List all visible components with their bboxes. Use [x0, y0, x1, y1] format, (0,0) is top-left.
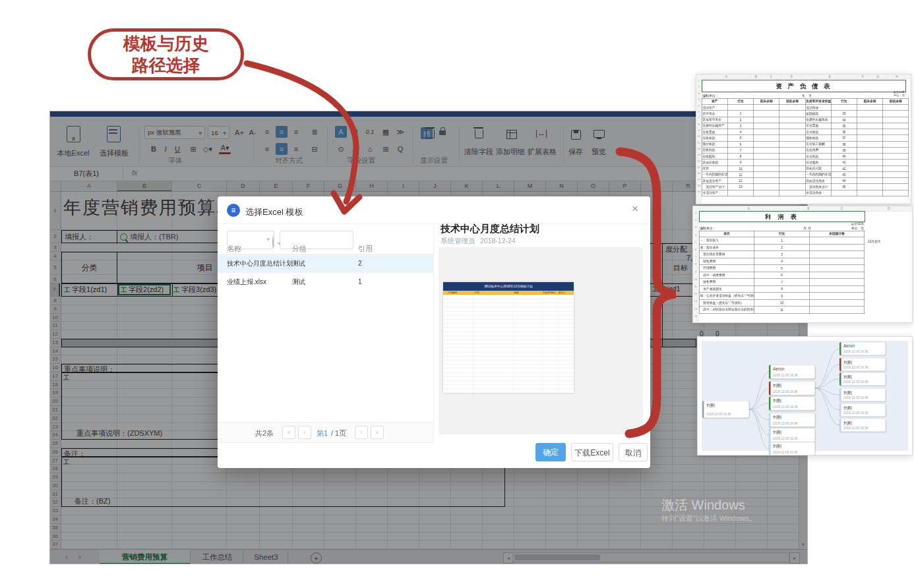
tree-right-node-2[interactable]: 刘刚2018-12-05 16:36 [839, 358, 886, 371]
balance-date-label: 年 月 [802, 94, 812, 98]
node-status-bar [769, 382, 771, 396]
preview-column-D: D [865, 207, 912, 210]
preview-row-number: 5 [693, 241, 698, 244]
node-name: 刘刚 [773, 444, 781, 450]
mini-col-line [542, 295, 543, 393]
pagination-bar: 共2条 « ‹ 第1 / 1页 › » [218, 422, 433, 443]
preview-row-number: 4 [696, 98, 701, 101]
page-next-button[interactable]: › [355, 426, 368, 439]
profit-table: 项目行次本期累计数一、营业收入1减：营业成本2 营业税金及附加3 销售费用4 管… [699, 231, 865, 313]
preview-column-C: C [818, 207, 865, 210]
tree-right-node-5[interactable]: 刘刚2018-12-05 16:36 [839, 403, 886, 417]
tree-mid-node-4[interactable]: 刘刚2018-12-05 16:36 [769, 413, 815, 427]
mini-row-line [443, 356, 574, 357]
mini-row-line [443, 299, 574, 299]
mini-row-line [443, 348, 574, 349]
mini-row-line [443, 323, 574, 324]
template-preview-box: (BU)技术中心2018年12月绩效计划 工作模块计划描述对应KPI目标责任人 [439, 247, 643, 434]
ok-button[interactable]: 确定 [535, 443, 566, 461]
search-input[interactable] [280, 231, 353, 249]
mini-row-line [443, 360, 574, 361]
list-header-group: 分组 [292, 244, 307, 254]
template-refs: 1 [358, 273, 384, 291]
preview-row-number: 3 [693, 226, 698, 229]
mini-row-line [443, 307, 574, 308]
balance-table: 资产行次期末余额期初余额负债和所有者权益(或股东权益)行次期末余额期初余额流动资… [702, 98, 909, 196]
tree-mid-node-3[interactable]: 刘刚2018-12-05 16:36 [769, 397, 815, 411]
preview-row-number: 17 [696, 178, 701, 181]
preview-row-number: 11 [693, 285, 698, 288]
preview-row-number: 6 [696, 110, 701, 113]
node-name: 刘刚 [773, 415, 781, 421]
node-time: 2018-12-05 16:36 [843, 350, 868, 354]
mini-row-line [443, 303, 574, 303]
preview-row-number: 1 [693, 211, 698, 214]
template-name: 业绩上报.xlsx [227, 273, 290, 291]
preview-row-number: 13 [693, 300, 698, 303]
detail-author: 系统管理员 [441, 237, 475, 246]
node-status-bar [839, 403, 841, 417]
profit-table-preview: ABCD 123456789101112131415 利 润 表 会企02表 编… [692, 206, 913, 323]
node-time: 2018-12-05 16:36 [773, 405, 798, 409]
preview-column-F: F [858, 75, 868, 78]
callout-line1: 模板与历史 [123, 33, 209, 55]
preview-row-number: 7 [696, 116, 701, 119]
template-row[interactable]: 业绩上报.xlsx测试1 [218, 273, 433, 291]
tree-root-node[interactable]: 刘刚2018-12-05 16:36 [702, 401, 749, 418]
node-name: 刘刚 [843, 390, 852, 396]
profit-title: 利 润 表 [699, 211, 865, 222]
pagination-current: 第1 [317, 428, 328, 438]
mini-row-line [443, 372, 574, 373]
node-time: 2018-12-05 16:36 [773, 450, 798, 454]
preview-row-number: 19 [696, 191, 701, 194]
node-time: 2018-12-05 16:36 [773, 390, 798, 394]
windows-watermark-line1: 激活 Windows [661, 496, 745, 514]
node-time: 2018-12-05 16:36 [773, 421, 798, 425]
template-group: 测试 [292, 273, 332, 291]
preview-row-number: 2 [693, 218, 698, 221]
preview-row-number: 1 [696, 79, 701, 82]
mini-row-line [443, 384, 574, 385]
mini-row-line [443, 352, 574, 353]
detail-date: 2018-12-24 [480, 237, 516, 245]
page-last-button[interactable]: » [371, 426, 384, 439]
profit-date-label: 年 月 [804, 226, 811, 231]
preview-row-number: 10 [696, 135, 701, 138]
tree-right-node-6[interactable]: 刘刚2018-12-05 16:36 [839, 419, 886, 432]
page-first-button[interactable]: « [282, 426, 295, 439]
preview-row-number: 12 [693, 292, 698, 295]
preview-row-number: 12 [696, 147, 701, 150]
select-template-dialog: ≣ 选择Excel 模板 × ▾ 名称 分组 引用 技术中心月度总结计划测试2业… [218, 196, 650, 468]
node-status-bar [839, 342, 841, 355]
preview-column-H: H [888, 75, 905, 78]
template-name: 技术中心月度总结计划 [227, 254, 290, 273]
mini-col-line [512, 295, 513, 393]
tree-mid-node-1[interactable]: Aeron2018-12-05 16:36 [769, 365, 815, 379]
preview-row-number: 18 [696, 184, 701, 187]
preview-row-number: 5 [696, 104, 701, 107]
tree-right-node-3[interactable]: 刘刚2018-12-05 16:36 [839, 372, 886, 386]
template-row[interactable]: 技术中心月度总结计划测试2 [218, 254, 433, 273]
close-icon[interactable]: × [632, 202, 638, 216]
download-excel-button[interactable]: 下载Excel [571, 443, 613, 461]
preview-row-number: 9 [696, 129, 701, 132]
tree-mid-node-2[interactable]: 刘刚2018-12-05 16:36 [769, 382, 815, 396]
preview-column-A: A [699, 207, 799, 210]
node-status-bar [769, 442, 771, 456]
tree-right-node-4[interactable]: 刘刚2018-12-05 16:36 [839, 388, 886, 401]
node-name: 刘刚 [843, 420, 852, 426]
tree-right-node-1[interactable]: Aeron2018-12-05 16:36 [839, 342, 886, 355]
preview-column-B: B [799, 207, 818, 210]
balance-corner2: 单位：元 [874, 94, 905, 98]
cancel-button[interactable]: 取消 [619, 443, 648, 461]
page-prev-button[interactable]: ‹ [298, 426, 311, 439]
profit-note: 12月整年 [868, 239, 881, 244]
detail-title: 技术中心月度总结计划 [441, 223, 539, 235]
template-list: 技术中心月度总结计划测试2业绩上报.xlsx测试1 [218, 254, 433, 386]
node-time: 2018-12-05 16:36 [843, 396, 868, 400]
tree-mid-node-6[interactable]: 刘刚2018-12-05 16:36 [769, 442, 815, 456]
node-name: 刘刚 [706, 402, 715, 408]
node-status-bar [769, 428, 771, 442]
profit-unit-label: 编制单位： [700, 226, 716, 231]
tree-mid-node-5[interactable]: 刘刚2018-12-05 16:36 [769, 428, 815, 442]
